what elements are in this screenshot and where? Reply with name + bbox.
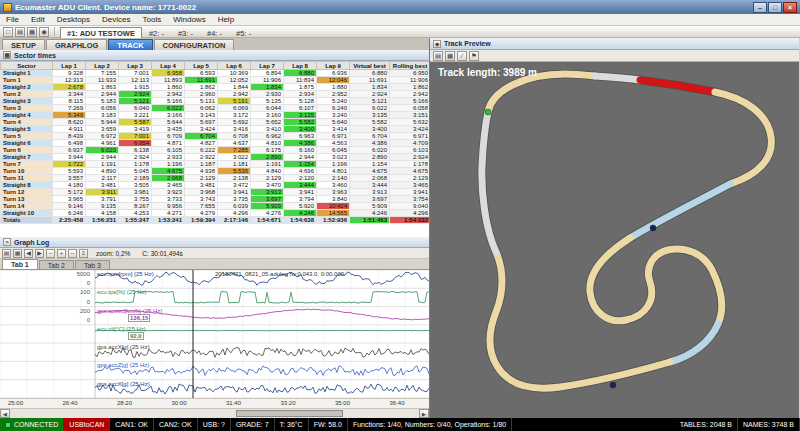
left-arrow-icon[interactable]: ◀ — [24, 249, 33, 258]
sector-row[interactable]: Straight 19:3287:1557:0016:9586:59310:36… — [1, 70, 430, 77]
menu-edit[interactable]: Edit — [25, 14, 51, 25]
lap-time-cell: 4:271 — [152, 210, 185, 217]
lap-time-cell: 2:117 — [86, 175, 119, 182]
left-column: SETUPGRAPHLOGTRACKCONFIGURATION ▦ Sector… — [0, 38, 430, 418]
right-arrow-icon[interactable]: ▶ — [35, 249, 44, 258]
sector-table-container[interactable]: SectorLap 1Lap 2Lap 3Lap 4Lap 5Lap 6Lap … — [0, 61, 429, 237]
graph-plot-area[interactable]: 20180421_0821_05.adulog fw:0.043.0, 0:00… — [0, 270, 429, 398]
device-tab-1[interactable]: #1: ADU TESTOWE — [60, 27, 142, 38]
scroll-right-icon[interactable]: ▶ — [419, 409, 429, 418]
tab-configuration[interactable]: CONFIGURATION — [154, 39, 235, 50]
zoom-fit-icon[interactable]: ↔ — [68, 249, 77, 258]
lap-time-cell: 3:444 — [284, 182, 317, 189]
column-header: Rolling best — [390, 62, 430, 70]
tab-setup[interactable]: SETUP — [2, 39, 45, 50]
channel-label[interactable]: ecu.rpm[rpm] (25 Hz) — [97, 271, 154, 277]
sector-row[interactable]: Turn 66:9376:0206:1386:1056:2227:2856:17… — [1, 147, 430, 154]
scroll-left-icon[interactable]: ◀ — [0, 409, 10, 418]
track-canvas[interactable]: Track length: 3989 m — [430, 62, 799, 418]
menu-file[interactable]: File — [0, 14, 25, 25]
sector-panel-header[interactable]: ▦ Sector times — [0, 50, 429, 61]
sector-row[interactable]: Straight 84:1803:4813:5053:4653:4813:472… — [1, 182, 430, 189]
lap-time-cell: 6:105 — [152, 147, 185, 154]
sector-row[interactable]: Turn 125:1723:9113:9813:9233:9683:9413:9… — [1, 189, 430, 196]
lap-time-cell: 5:240 — [317, 98, 350, 105]
maximize-button[interactable]: □ — [768, 2, 782, 13]
lap-time-cell: 3:470 — [251, 182, 284, 189]
channel-label[interactable]: gps.accZ[g] (25 Hz) — [97, 362, 149, 368]
lap-time-cell: 2:942 — [218, 91, 251, 98]
channel-label[interactable]: gps.accX[g] (25 Hz) — [97, 381, 150, 387]
zoom-in-icon[interactable]: + — [57, 249, 66, 258]
column-header: Lap 5 — [185, 62, 218, 70]
lap-time-cell: 3:416 — [218, 126, 251, 133]
lap-time-cell: 1:178 — [119, 161, 152, 168]
sector-row[interactable]: Straight 106:2464:1584:2534:2714:2794:29… — [1, 210, 430, 217]
menu-desktops[interactable]: Desktops — [51, 14, 96, 25]
minimize-button[interactable]: – — [753, 2, 767, 13]
lap-time-cell: 2:129 — [185, 175, 218, 182]
menu-help[interactable]: Help — [212, 14, 240, 25]
device-tab-5[interactable]: #5: - — [229, 27, 258, 38]
sector-row[interactable]: Totals2:25:4581:56:2311:55:2471:53:2411:… — [1, 217, 430, 224]
sector-row[interactable]: Turn 23:3442:9442:9242:9422:9602:9422:93… — [1, 91, 430, 98]
sector-row[interactable]: Turn 133:9653:7913:7553:7333:7433:7353:6… — [1, 196, 430, 203]
sector-row[interactable]: Straight 54:9113:6593:4193:4353:4243:416… — [1, 126, 430, 133]
menu-tools[interactable]: Tools — [137, 14, 168, 25]
device-tab-4[interactable]: #4: - — [200, 27, 229, 38]
save-icon[interactable]: ▦ — [27, 27, 37, 37]
finish-flag-icon[interactable]: ⚑ — [469, 51, 479, 61]
virtual-best-cell: 1:154 — [350, 161, 390, 168]
connect-icon[interactable]: ◉ — [39, 27, 49, 37]
axis-min-label: 0 — [0, 299, 90, 305]
lap-time-cell: 6:022 — [152, 105, 185, 112]
scrollbar-thumb[interactable] — [236, 410, 343, 417]
title-bar[interactable]: Ecumaster ADU Client. Device name: 1771-… — [0, 0, 800, 14]
device-tab-2[interactable]: #2: - — [142, 27, 171, 38]
new-file-icon[interactable]: □ — [3, 27, 13, 37]
graph-tab-3[interactable]: Tab 3 — [75, 260, 110, 269]
channel-label[interactable]: gps.accX[g] (25 Hz) — [97, 344, 150, 350]
start-marker — [485, 109, 491, 115]
sector-row[interactable]: Turn 105:5934:8905:0454:6754:9385:5364:8… — [1, 168, 430, 175]
lap-time-cell: 6:040 — [119, 105, 152, 112]
track-panel-header[interactable]: ◈ Track Preview — [430, 38, 799, 50]
sector-row[interactable]: Straight 66:4984:9616:9544:8714:8274:637… — [1, 140, 430, 147]
sector-row[interactable]: Straight 38:1155:1835:1215:1665:1315:191… — [1, 98, 430, 105]
channel-label[interactable]: ecu.tps[%] (25 Hz) — [97, 289, 146, 295]
edit-icon[interactable]: ∕ — [457, 51, 467, 61]
graph-horizontal-scrollbar[interactable]: ◀ ▶ — [0, 408, 429, 418]
open-icon[interactable]: ▤ — [433, 51, 443, 61]
zoom-out-icon[interactable]: − — [46, 249, 55, 258]
open-icon[interactable]: ▤ — [2, 249, 11, 258]
lap-time-cell: 3:791 — [86, 196, 119, 203]
lap-time-cell: 3:221 — [119, 112, 152, 119]
lap-time-cell: 3:743 — [185, 196, 218, 203]
menu-devices[interactable]: Devices — [96, 14, 136, 25]
sector-row[interactable]: Straight 73:9442:9442:9242:9332:9223:022… — [1, 154, 430, 161]
sector-row[interactable]: Turn 37:2696:0566:0406:0226:0626:0696:04… — [1, 105, 430, 112]
sector-row[interactable]: Straight 45:3493:1833:2213:1663:1433:172… — [1, 112, 430, 119]
close-button[interactable]: × — [783, 2, 797, 13]
sector-row[interactable]: Straight 22:6781:8631:9151:8601:8621:844… — [1, 84, 430, 91]
lap-time-cell: 4:801 — [317, 168, 350, 175]
graph-tab-1[interactable]: Tab 1 — [2, 259, 38, 269]
settings-icon[interactable]: ≡ — [79, 249, 88, 258]
tab-track[interactable]: TRACK — [108, 39, 152, 50]
sector-row[interactable]: Turn 58:4396:9727:0016:7096:7046:7086:96… — [1, 133, 430, 140]
save-icon[interactable]: ▦ — [445, 51, 455, 61]
save-icon[interactable]: ▦ — [13, 249, 22, 258]
open-icon[interactable]: ▤ — [15, 27, 25, 37]
device-tab-3[interactable]: #3: - — [171, 27, 200, 38]
sector-row[interactable]: Turn 149:1469:1358:2679:9567:6556:0395:9… — [1, 203, 430, 210]
sector-row[interactable]: Turn 113:5572:1172:1892:0682:1292:1382:1… — [1, 175, 430, 182]
lap-time-cell: 2:930 — [251, 91, 284, 98]
track-preview-panel: ◈ Track Preview ▤▦∕⚑ Track length: 3989 … — [430, 38, 799, 418]
graph-panel-header[interactable]: ≈ Graph Log — [0, 237, 429, 248]
graph-tab-2[interactable]: Tab 2 — [39, 260, 74, 269]
sector-row[interactable]: Turn 48:6205:9445:5875:6445:6975:6925:65… — [1, 119, 430, 126]
sector-row[interactable]: Turn 112:31311:93312:11311:89311:69112:0… — [1, 77, 430, 84]
sector-row[interactable]: Turn 71:7221:1911:1781:1961:1871:1811:19… — [1, 161, 430, 168]
tab-graphlog[interactable]: GRAPHLOG — [46, 39, 107, 50]
menu-windows[interactable]: Windows — [167, 14, 211, 25]
